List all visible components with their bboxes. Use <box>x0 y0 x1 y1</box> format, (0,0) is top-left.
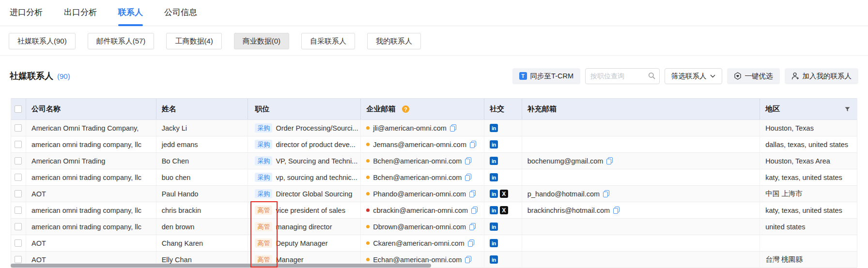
person-add-icon <box>791 72 799 80</box>
social-cell <box>484 153 522 169</box>
filter-business-registry[interactable]: 工商数据(4) <box>166 33 221 49</box>
email-text: cbrackin@american-omni.com <box>373 207 468 214</box>
row-checkbox[interactable] <box>15 256 22 263</box>
filter-self-collected[interactable]: 自采联系人 <box>301 33 355 49</box>
linkedin-icon[interactable] <box>490 157 498 165</box>
position-text: Director Global Sourcing <box>276 190 352 198</box>
position-tag: 采购 <box>255 189 272 198</box>
tab-import-analysis[interactable]: 进口分析 <box>10 0 43 26</box>
row-checkbox[interactable] <box>15 174 22 181</box>
tab-company-info[interactable]: 公司信息 <box>164 0 197 26</box>
x-icon[interactable] <box>500 190 508 198</box>
company-cell: american omni trading company, llc <box>26 136 156 152</box>
linkedin-icon[interactable] <box>490 223 498 231</box>
row-checkbox[interactable] <box>15 157 22 164</box>
add-to-my-contacts-button[interactable]: 加入我的联系人 <box>785 68 859 84</box>
copy-icon[interactable] <box>465 256 471 263</box>
extra-email-cell <box>522 136 760 152</box>
position-tag: 采购 <box>255 140 272 149</box>
position-cell: 高管 managing director <box>248 219 361 235</box>
filter-contacts-label: 筛选联系人 <box>671 72 707 81</box>
section-title-wrap: 社媒联系人 (90) <box>10 70 70 82</box>
tab-export-analysis[interactable]: 出口分析 <box>64 0 97 26</box>
name-cell: chris brackin <box>156 202 248 218</box>
copy-icon[interactable] <box>603 190 609 197</box>
position-cell: 高管 vice president of sales <box>248 202 361 218</box>
email-text: Phando@american-omni.com <box>373 190 466 198</box>
linkedin-icon[interactable] <box>490 239 498 247</box>
email-cell: Ckaren@american-omni.com <box>361 235 484 251</box>
copy-icon[interactable] <box>469 190 476 197</box>
table-row: american omni trading company, llc den b… <box>11 219 857 235</box>
linkedin-icon[interactable] <box>490 140 498 149</box>
position-tag: 采购 <box>255 173 272 182</box>
filter-email-contacts[interactable]: 邮件联系人(57) <box>88 33 155 49</box>
header-email: 企业邮箱 <box>361 99 484 119</box>
linkedin-icon[interactable] <box>490 124 498 132</box>
section-title: 社媒联系人 <box>10 70 53 82</box>
add-to-my-contacts-label: 加入我的联系人 <box>803 72 852 81</box>
filter-my-contacts[interactable]: 我的联系人 <box>367 33 421 49</box>
horizontal-scrollbar-thumb[interactable] <box>11 264 431 268</box>
company-cell: AOT <box>26 235 156 251</box>
linkedin-icon[interactable] <box>490 173 498 181</box>
row-checkbox-cell <box>11 169 26 185</box>
row-checkbox[interactable] <box>15 207 22 214</box>
copy-icon[interactable] <box>450 124 456 132</box>
email-cell: Phando@american-omni.com <box>361 186 484 202</box>
copy-icon[interactable] <box>465 157 471 164</box>
copy-icon[interactable] <box>606 157 613 164</box>
social-cell <box>484 169 522 185</box>
position-text: director of product deve... <box>276 141 355 149</box>
row-checkbox-cell <box>11 202 26 218</box>
copy-icon[interactable] <box>470 141 476 148</box>
name-cell: jedd emans <box>156 136 248 152</box>
linkedin-icon[interactable] <box>490 190 498 198</box>
email-cell: Bchen@american-omni.com <box>361 153 484 169</box>
name-cell: Chang Karen <box>156 235 248 251</box>
email-status-dot <box>366 159 370 163</box>
email-text: Echan@american-omni.com <box>373 256 462 264</box>
row-checkbox[interactable] <box>15 124 22 132</box>
email-status-dot <box>366 208 370 212</box>
contacts-page: 进口分析 出口分析 联系人 公司信息 社媒联系人(90) 邮件联系人(57) 工… <box>0 0 868 268</box>
copy-icon[interactable] <box>471 207 478 214</box>
email-text: jli@american-omni.com <box>373 124 447 132</box>
one-click-optimize-button[interactable]: 一键优选 <box>727 68 780 84</box>
email-status-dot <box>366 126 370 130</box>
row-checkbox[interactable] <box>15 239 22 247</box>
sync-to-tcrm-button[interactable]: 同步至T-CRM <box>512 68 580 84</box>
header-extra-email: 补充邮箱 <box>522 99 760 119</box>
linkedin-icon[interactable] <box>490 255 498 264</box>
copy-icon[interactable] <box>465 174 471 181</box>
linkedin-icon[interactable] <box>490 206 498 214</box>
email-status-dot <box>366 143 370 146</box>
table-row: american omni trading company, llc buo c… <box>11 169 857 186</box>
row-checkbox[interactable] <box>15 223 22 230</box>
position-tag: 高管 <box>255 238 272 248</box>
copy-icon[interactable] <box>613 207 620 214</box>
filter-contacts-dropdown[interactable]: 筛选联系人 <box>665 68 722 84</box>
social-cell <box>484 219 522 235</box>
extra-email-cell <box>522 219 760 235</box>
filter-social-contacts[interactable]: 社媒联系人(90) <box>9 33 76 49</box>
row-checkbox[interactable] <box>15 190 22 197</box>
position-cell: 采购 director of product deve... <box>248 136 361 152</box>
email-help-icon[interactable] <box>402 105 409 113</box>
copy-icon[interactable] <box>468 239 474 247</box>
header-position: 职位 <box>248 99 361 119</box>
name-cell: Jacky Li <box>156 120 248 136</box>
email-text: Bchen@american-omni.com <box>373 157 462 165</box>
contacts-table: 公司名称 姓名 职位 企业邮箱 社交 补充邮箱 地区 American Omni… <box>11 98 857 268</box>
row-checkbox[interactable] <box>15 141 22 148</box>
extra-email-cell: p_hando@hotmail.com <box>522 186 760 202</box>
copy-icon[interactable] <box>469 223 476 230</box>
filter-funnel-icon[interactable] <box>845 107 850 112</box>
tab-contacts[interactable]: 联系人 <box>118 0 143 26</box>
header-region-label: 地区 <box>765 104 780 114</box>
x-icon[interactable] <box>500 206 508 214</box>
filter-commercial-data[interactable]: 商业数据(0) <box>234 33 289 49</box>
row-checkbox-cell <box>11 235 26 251</box>
search-icon[interactable] <box>648 72 655 79</box>
select-all-checkbox[interactable] <box>15 105 22 113</box>
